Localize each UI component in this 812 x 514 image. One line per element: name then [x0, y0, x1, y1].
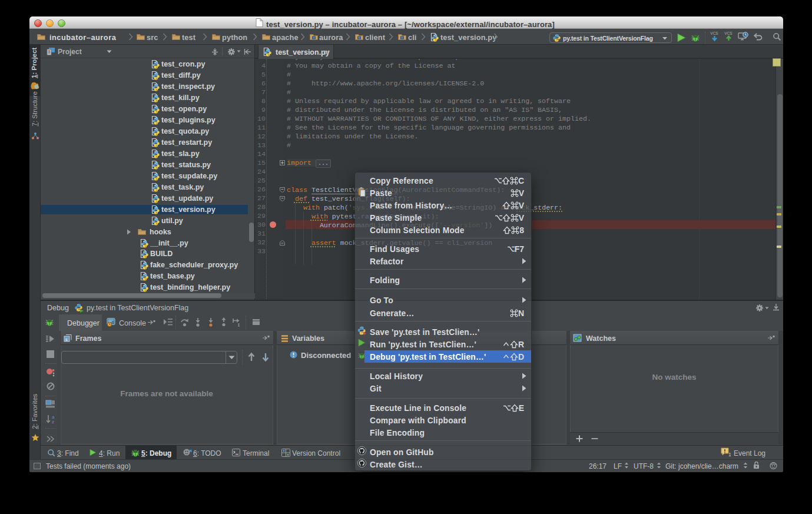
- svg-text:VCS: VCS: [710, 31, 718, 35]
- svg-text:VCS: VCS: [724, 31, 733, 35]
- svg-text:s: s: [65, 337, 68, 341]
- svg-text:1: 1: [728, 452, 731, 457]
- svg-text:z: z: [52, 419, 54, 424]
